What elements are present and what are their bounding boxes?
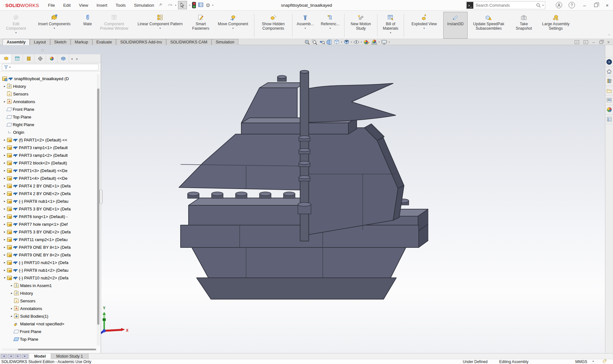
search-commands-box[interactable]: >_ ▾ xyxy=(466,1,545,9)
tab-motion-study-1[interactable]: Motion Study 1 xyxy=(51,353,88,359)
expand-arrow[interactable]: ▸ xyxy=(3,246,7,249)
expand-arrow[interactable]: ▸ xyxy=(3,261,7,264)
doc-restore-icon[interactable] xyxy=(600,41,602,43)
expand-arrow[interactable]: ▸ xyxy=(3,154,7,157)
tree-item-part6-long-1-default[interactable]: ▸PART6 long<1> (Default) - xyxy=(0,213,96,220)
section-view-icon[interactable] xyxy=(326,39,332,45)
tree-item-right-plane[interactable]: Right Plane xyxy=(0,121,96,128)
tree-item-part1-3-default-de[interactable]: ▸PART1<3> (Default) <<De xyxy=(0,167,96,174)
tree-item-part7-hole-ramp-1-def[interactable]: ▸PART7 hole ramp<1> (Def xyxy=(0,220,96,228)
last-tab-arrow[interactable]: ► xyxy=(22,354,28,359)
panel-collapse-handle[interactable] xyxy=(99,189,103,204)
expand-arrow[interactable]: ▸ xyxy=(3,269,7,272)
ribbon-edit-component[interactable]: EditComponent ▾ xyxy=(2,12,30,39)
expand-arrow[interactable]: ▸ xyxy=(3,215,7,218)
tree-item-part5-3-by-one-2-defa[interactable]: ▸PART5 3 BY ONE<2> (Defa xyxy=(0,228,96,236)
tree-item-annotations[interactable]: ▸AAnnotations xyxy=(0,98,96,105)
expand-arrow[interactable]: ▸ xyxy=(10,292,14,295)
ribbon-smart-fasteners[interactable]: SmartFasteners xyxy=(189,12,213,39)
filter-dropdown[interactable]: ▾ xyxy=(9,66,11,69)
dropdown-arrow[interactable]: ▾ xyxy=(305,27,306,30)
ribbon-new-motion-study[interactable]: New MotionStudy xyxy=(345,12,376,39)
tree-item-material-not-specified[interactable]: Material <not specified> xyxy=(0,320,96,328)
expand-arrow[interactable]: ▸ xyxy=(10,284,14,287)
expand-arrow[interactable]: ▸ xyxy=(3,238,7,241)
expand-arrow[interactable]: ▸ xyxy=(3,146,7,149)
ribbon-instant3d[interactable]: Instant3D xyxy=(443,12,468,39)
expand-arrow[interactable]: ▸ xyxy=(3,85,7,88)
doc-close-icon[interactable]: × xyxy=(607,40,610,45)
apply-scene-dropdown[interactable]: ▾ xyxy=(379,41,380,43)
menu-pin-icon[interactable] xyxy=(159,3,163,8)
account-icon[interactable] xyxy=(556,2,562,8)
tree-item-part5-3-by-one-1-defa[interactable]: ▸PART5 3 BY ONE<1> (Defa xyxy=(0,205,96,213)
panel-splitter-dot[interactable] xyxy=(42,49,44,51)
expand-arrow[interactable]: ▸ xyxy=(3,223,7,226)
tab-cam-manager[interactable] xyxy=(58,54,69,63)
tab-configurationmanager[interactable] xyxy=(23,54,35,63)
taskpane-3dexperience[interactable] xyxy=(605,57,613,67)
expand-arrow[interactable]: ▸ xyxy=(3,207,7,210)
close-button[interactable]: × xyxy=(604,3,610,8)
dropdown-arrow[interactable]: ▾ xyxy=(232,27,234,30)
gear-icon[interactable]: ⚙ xyxy=(206,2,210,8)
tree-item-f-part1-2-default[interactable]: ▸(f) PART1<2> (Default) << xyxy=(0,136,96,144)
hide-show-dropdown[interactable]: ▾ xyxy=(361,41,362,43)
menu-edit[interactable]: Edit xyxy=(63,3,71,8)
tree-item-front-plane[interactable]: Front Plane xyxy=(0,328,96,335)
ribbon-move-component[interactable]: Move Component ▾ xyxy=(213,12,253,39)
graphics-area[interactable]: Y X ◂ ▸ ▾ xyxy=(0,45,613,353)
display-style-dropdown[interactable]: ▾ xyxy=(351,41,352,43)
expand-right-pane-icon[interactable]: ▸ xyxy=(584,40,588,44)
tag-icon[interactable] xyxy=(602,359,607,364)
tab-evaluate[interactable]: Evaluate xyxy=(92,39,116,45)
menu-tools[interactable]: Tools xyxy=(116,3,126,8)
tree-item-annotations[interactable]: ▸AAnnotations xyxy=(0,305,96,312)
view-orientation-icon[interactable] xyxy=(334,39,340,45)
tree-item-part1-4-default-de[interactable]: ▸PART1<4> (Default) <<De xyxy=(0,174,96,182)
panel-tabs-scroll-right[interactable]: ▸ xyxy=(74,54,80,63)
tab-featuremanager[interactable] xyxy=(0,54,12,63)
tab-solidworks-add-ins[interactable]: SOLIDWORKS Add-Ins xyxy=(116,39,166,45)
edit-appearance-icon[interactable] xyxy=(363,39,370,45)
restore-button[interactable] xyxy=(594,4,598,7)
tree-item-sensors[interactable]: ●Sensors xyxy=(0,90,96,98)
taskpane-design-library[interactable] xyxy=(605,76,613,86)
zoom-to-fit-icon[interactable] xyxy=(304,39,310,45)
expand-arrow[interactable]: ▸ xyxy=(3,192,7,195)
expand-arrow[interactable]: ▸ xyxy=(3,161,7,164)
select-dropdown[interactable]: ▾ xyxy=(189,4,190,7)
boat-model[interactable] xyxy=(173,69,428,315)
dropdown-arrow[interactable]: ▾ xyxy=(54,27,55,30)
tree-item-part4-2-by-one-1-defa[interactable]: ▸PART4 2 BY ONE<1> (Defa xyxy=(0,182,96,190)
next-tab-arrow[interactable]: ► xyxy=(15,354,21,359)
search-dropdown[interactable]: ▾ xyxy=(542,4,544,7)
menu-file[interactable]: File xyxy=(48,3,55,8)
ribbon-collapse-chevron[interactable]: ⌃ xyxy=(608,34,610,37)
expand-arrow[interactable]: ▸ xyxy=(3,169,7,172)
tree-item-part3-ramp1-2-default[interactable]: ▸PART3 ramp1<2> (Default xyxy=(0,151,96,159)
apply-scene-icon[interactable] xyxy=(371,39,377,45)
tree-item-part3-ramp1-1-default[interactable]: ▸PART3 ramp1<1> (Default xyxy=(0,144,96,151)
menu-view[interactable]: View xyxy=(79,3,88,8)
ribbon-reference-geometry[interactable]: Referenc... ▾ xyxy=(317,12,343,39)
taskpane-custom-properties[interactable] xyxy=(605,115,613,124)
expand-arrow[interactable]: ▾ xyxy=(3,276,7,279)
tree-item-sensors[interactable]: ●Sensors xyxy=(0,297,96,305)
options-dropdown[interactable]: ▾ xyxy=(212,4,213,7)
tab-solidworks-cam[interactable]: SOLIDWORKS CAM xyxy=(166,39,212,45)
tree-item-part11-ramp2-1-defau[interactable]: ▸PART11 ramp2<1> (Defau xyxy=(0,236,96,243)
tree-item-snapfittoyboat-tinaalkayed-d[interactable]: snapfittoyboat_tinaalkayed (D xyxy=(0,75,96,82)
tree-item-part9-one-by-8-1-defa[interactable]: ▸PART9 ONE BY 8<1> (Defa xyxy=(0,243,96,251)
expand-arrow[interactable]: ▸ xyxy=(3,200,7,203)
tab-sketch[interactable]: Sketch xyxy=(50,39,71,45)
expand-arrow[interactable]: ▸ xyxy=(3,138,7,141)
expand-arrow[interactable]: ▸ xyxy=(3,100,7,103)
tree-item-part2-block-2-default[interactable]: ▸PART2 block<2> (Default) xyxy=(0,159,96,167)
view-settings-icon[interactable] xyxy=(381,39,387,45)
menu-insert[interactable]: Insert xyxy=(97,3,107,8)
tree-filter-button[interactable]: ▾ xyxy=(2,64,99,71)
tab-displaymanager[interactable] xyxy=(46,54,58,63)
tree-item-part10-nub2-2-defa[interactable]: ▾(-) PART10 nub2<2> (Defa xyxy=(0,274,96,282)
dropdown-arrow[interactable]: ▾ xyxy=(423,27,425,30)
